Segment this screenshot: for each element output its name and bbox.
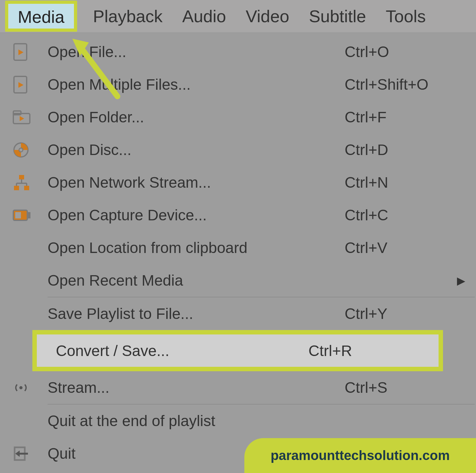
svg-point-19 xyxy=(19,386,23,389)
menu-item-label: Open Capture Device... xyxy=(48,206,345,224)
svg-rect-9 xyxy=(19,175,24,179)
file-play-icon xyxy=(13,76,48,94)
submenu-arrow-icon: ▶ xyxy=(456,274,465,287)
watermark-label: paramounttechsolution.com xyxy=(244,438,476,473)
menubar-item-tools[interactable]: Tools xyxy=(385,4,426,28)
menu-open-folder[interactable]: Open Folder... Ctrl+F xyxy=(2,101,475,133)
svg-marker-3 xyxy=(18,82,23,88)
media-menu-dropdown: Open File... Ctrl+O Open Multiple Files.… xyxy=(2,36,475,470)
svg-rect-11 xyxy=(24,186,29,190)
menu-item-shortcut: Ctrl+F xyxy=(345,108,465,126)
svg-rect-18 xyxy=(27,212,30,218)
menu-item-label: Stream... xyxy=(48,379,345,396)
menu-item-label: Open Network Stream... xyxy=(48,174,345,191)
menu-item-shortcut: Ctrl+C xyxy=(345,206,465,224)
capture-device-icon xyxy=(13,208,48,222)
menu-item-shortcut: Ctrl+Y xyxy=(345,305,465,322)
menu-item-shortcut: Ctrl+V xyxy=(345,239,465,256)
menu-stream[interactable]: Stream... Ctrl+S xyxy=(2,371,475,404)
menu-save-playlist[interactable]: Save Playlist to File... Ctrl+Y xyxy=(2,297,475,330)
menu-quit-end-playlist[interactable]: Quit at the end of playlist xyxy=(2,405,475,437)
svg-point-8 xyxy=(19,148,23,152)
menubar: Media Playback Audio Video Subtitle Tool… xyxy=(0,0,476,33)
menu-convert-save[interactable]: Convert / Save... Ctrl+R xyxy=(32,330,443,371)
svg-rect-10 xyxy=(14,186,19,190)
menu-item-shortcut: Ctrl+R xyxy=(308,342,429,360)
menu-item-label: Save Playlist to File... xyxy=(48,305,345,322)
menu-item-label: Open Folder... xyxy=(48,108,345,126)
menu-item-label: Open Recent Media xyxy=(48,272,335,289)
svg-marker-22 xyxy=(15,450,20,457)
file-play-icon xyxy=(13,43,48,61)
menu-item-label: Open Disc... xyxy=(48,141,345,159)
menu-open-recent-media[interactable]: Open Recent Media ▶ xyxy=(2,264,475,297)
menu-item-shortcut: Ctrl+N xyxy=(345,174,465,191)
menubar-item-audio[interactable]: Audio xyxy=(182,4,227,28)
svg-marker-1 xyxy=(18,49,23,55)
menu-item-label: Open File... xyxy=(48,43,345,61)
menu-item-shortcut: Ctrl+Shift+O xyxy=(345,76,465,93)
menu-open-multiple-files[interactable]: Open Multiple Files... Ctrl+Shift+O xyxy=(2,68,475,101)
disc-icon xyxy=(13,142,48,158)
menubar-item-video[interactable]: Video xyxy=(245,4,290,28)
menu-item-shortcut: Ctrl+D xyxy=(345,141,465,159)
menu-item-shortcut: Ctrl+O xyxy=(345,43,465,61)
menu-open-location-clipboard[interactable]: Open Location from clipboard Ctrl+V xyxy=(2,231,475,264)
menubar-item-playback[interactable]: Playback xyxy=(92,4,163,28)
network-icon xyxy=(13,174,48,191)
menu-open-network-stream[interactable]: Open Network Stream... Ctrl+N xyxy=(2,166,475,199)
menu-item-label: Quit at the end of playlist xyxy=(48,412,345,430)
menubar-item-subtitle[interactable]: Subtitle xyxy=(308,4,367,28)
svg-marker-6 xyxy=(20,116,24,121)
quit-icon xyxy=(13,446,48,461)
menu-open-capture-device[interactable]: Open Capture Device... Ctrl+C xyxy=(2,199,475,231)
menu-item-label: Convert / Save... xyxy=(43,342,308,360)
menu-item-label: Open Location from clipboard xyxy=(48,239,345,256)
svg-rect-17 xyxy=(15,212,21,218)
menu-item-label: Open Multiple Files... xyxy=(48,76,345,93)
stream-icon xyxy=(13,382,48,393)
menu-open-disc[interactable]: Open Disc... Ctrl+D xyxy=(2,133,475,166)
menu-open-file[interactable]: Open File... Ctrl+O xyxy=(2,36,475,68)
menu-item-shortcut: Ctrl+S xyxy=(345,379,465,396)
folder-play-icon xyxy=(13,110,48,124)
menubar-item-media[interactable]: Media xyxy=(5,1,77,32)
